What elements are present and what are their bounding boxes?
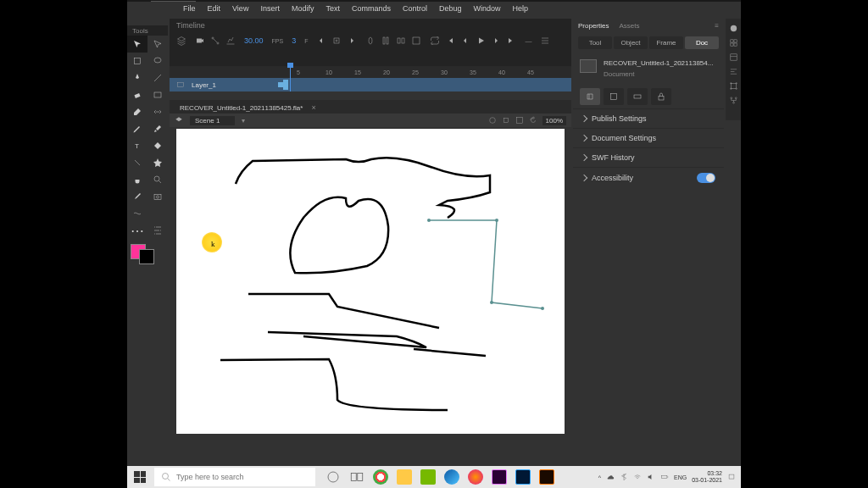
edit-toolbar[interactable] xyxy=(147,222,168,239)
menu-help[interactable]: Help xyxy=(508,3,534,14)
line-tool[interactable] xyxy=(147,69,168,86)
keyframe[interactable] xyxy=(283,80,288,90)
step-back-icon[interactable] xyxy=(460,36,470,46)
frame-mode-tab[interactable]: Frame xyxy=(649,36,683,49)
swatches-panel-icon[interactable] xyxy=(729,38,738,47)
tray-expand-icon[interactable]: ^ xyxy=(598,474,601,480)
accessibility-toggle[interactable] xyxy=(697,173,715,183)
parenting-icon[interactable] xyxy=(210,36,220,46)
notifications-icon[interactable] xyxy=(727,473,736,481)
rig-panel-icon[interactable] xyxy=(729,96,738,105)
free-transform-tool[interactable] xyxy=(127,53,147,69)
fps-value[interactable]: 30.00 xyxy=(244,36,264,45)
transform-panel-icon[interactable] xyxy=(729,81,738,91)
zoom-slider[interactable]: — xyxy=(525,37,531,45)
start-button[interactable] xyxy=(127,466,153,488)
current-frame[interactable]: 3 xyxy=(292,36,296,45)
layers-icon[interactable] xyxy=(176,36,186,46)
stroke-color[interactable] xyxy=(139,249,154,264)
color-swatches[interactable] xyxy=(131,244,154,264)
selection-tool[interactable] xyxy=(127,36,147,53)
animate-taskbar-icon[interactable] xyxy=(539,469,554,485)
close-tab-icon[interactable]: × xyxy=(311,103,315,112)
document-settings-section[interactable]: Document Settings xyxy=(573,128,724,147)
subselection-tool[interactable] xyxy=(147,36,168,53)
onion-outline-icon[interactable] xyxy=(381,36,391,46)
frame-strip[interactable] xyxy=(283,78,571,92)
clip-icon[interactable] xyxy=(502,116,510,125)
color-panel-icon[interactable] xyxy=(729,24,738,33)
menu-text[interactable]: Text xyxy=(320,3,345,14)
menu-modify[interactable]: Modify xyxy=(287,3,320,14)
zoom-tool[interactable] xyxy=(147,171,168,188)
brush-tool[interactable] xyxy=(127,103,147,120)
doc-option-2[interactable] xyxy=(604,88,624,105)
menu-view[interactable]: View xyxy=(227,3,253,14)
rectangle-tool[interactable] xyxy=(147,86,168,103)
eraser-tool[interactable] xyxy=(127,86,147,103)
wifi-icon[interactable] xyxy=(633,473,642,481)
taskview-icon[interactable] xyxy=(349,469,364,485)
language-indicator[interactable]: ENG xyxy=(674,474,687,480)
panel-menu-icon[interactable]: ≡ xyxy=(715,22,719,30)
more-tools[interactable]: ⋯ xyxy=(127,222,147,239)
accessibility-section[interactable]: Accessibility xyxy=(573,167,724,188)
doc-mode-tab[interactable]: Doc xyxy=(685,36,719,49)
firefox-icon[interactable] xyxy=(468,469,483,485)
edit-frames-icon[interactable] xyxy=(396,36,406,46)
fluid-brush-tool[interactable] xyxy=(127,205,147,222)
last-frame-icon[interactable] xyxy=(506,36,516,46)
timeline-menu-icon[interactable] xyxy=(540,36,550,46)
camera-tool[interactable] xyxy=(147,188,168,205)
pen-tool[interactable] xyxy=(127,69,147,86)
bluetooth-icon[interactable] xyxy=(620,473,628,481)
library-panel-icon[interactable] xyxy=(729,53,738,62)
clock[interactable]: 03:32 03-01-2021 xyxy=(692,470,722,483)
scene-dropdown-icon[interactable]: ▾ xyxy=(242,117,245,125)
menu-debug[interactable]: Debug xyxy=(434,3,467,14)
assets-tab[interactable]: Assets xyxy=(619,22,639,30)
search-input[interactable] xyxy=(176,473,309,481)
premiere-icon[interactable] xyxy=(492,469,507,485)
insert-keyframe-icon[interactable] xyxy=(331,36,342,46)
layer-row[interactable]: Layer_1 xyxy=(170,78,571,92)
volume-icon[interactable] xyxy=(647,473,655,481)
search-box[interactable] xyxy=(154,468,315,486)
asset-warp-tool[interactable] xyxy=(147,154,168,171)
menu-commands[interactable]: Commands xyxy=(347,3,396,14)
show-overlay-icon[interactable] xyxy=(488,116,497,125)
cortana-icon[interactable] xyxy=(326,469,341,485)
tool-mode-tab[interactable]: Tool xyxy=(578,36,612,49)
prev-keyframe-icon[interactable] xyxy=(316,36,326,46)
play-button-icon[interactable] xyxy=(476,36,486,46)
stage[interactable]: k xyxy=(176,129,565,434)
file-explorer-icon[interactable] xyxy=(397,469,412,485)
nvidia-icon[interactable] xyxy=(420,469,436,485)
hand-tool[interactable] xyxy=(127,171,147,188)
fit-icon[interactable] xyxy=(515,116,524,125)
lasso-tool[interactable] xyxy=(147,53,168,69)
marker-icon[interactable] xyxy=(411,36,421,46)
paint-brush-tool[interactable] xyxy=(147,120,168,137)
camera-toggle-icon[interactable] xyxy=(195,36,205,46)
document-tab[interactable]: RECOVER_Untitled-1_20211385425.fla* xyxy=(175,103,308,114)
properties-tab[interactable]: Properties xyxy=(578,22,609,30)
graph-icon[interactable] xyxy=(225,36,236,46)
scene-nav-icon[interactable] xyxy=(175,116,183,125)
width-tool[interactable] xyxy=(147,103,168,120)
menu-edit[interactable]: Edit xyxy=(203,3,226,14)
scene-name[interactable]: Scene 1 xyxy=(190,116,235,125)
doc-option-4[interactable] xyxy=(651,88,671,105)
chrome-icon[interactable] xyxy=(373,469,388,485)
text-tool[interactable]: T xyxy=(127,137,147,154)
onion-skin-icon[interactable] xyxy=(365,36,376,46)
pencil-tool[interactable] xyxy=(127,120,147,137)
onedrive-icon[interactable] xyxy=(606,473,615,481)
zoom-level[interactable]: 100% xyxy=(542,116,566,125)
photoshop-icon[interactable] xyxy=(515,469,531,485)
swf-history-section[interactable]: SWF History xyxy=(573,147,724,167)
bone-tool[interactable] xyxy=(127,154,147,171)
next-keyframe-icon[interactable] xyxy=(347,36,357,46)
layer-name[interactable]: Layer_1 xyxy=(192,81,216,89)
doc-option-3[interactable] xyxy=(627,88,648,105)
